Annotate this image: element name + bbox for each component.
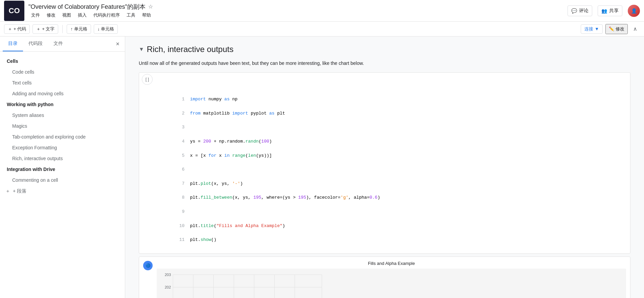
connect-button[interactable]: 连接 ▼ [581,24,603,34]
line-num-7: 7 [179,180,184,188]
star-icon[interactable]: ☆ [148,3,153,10]
line-num-6: 6 [179,166,184,173]
toc-item-text-cells[interactable]: Text cells [0,77,125,88]
up-arrow-icon: ↑ [70,26,73,31]
toc-item-rich-outputs[interactable]: Rich, interactive outputs [0,153,125,164]
menubar: 文件修改视图插入代码执行程序工具帮助 [28,11,568,19]
edit-button[interactable]: ✏️ 修改 [605,24,628,34]
down-arrow-icon: ↓ [97,26,100,31]
menu-item-文件[interactable]: 文件 [28,11,43,19]
code-cell: [ ] 1import numpy as np 2from matplotlib… [139,72,630,253]
toc-section-integration[interactable]: Integration with Drive [0,164,125,175]
line-num-10: 10 [179,223,184,230]
text-plus-icon: ＋ [36,26,41,32]
main-content: ▼ Rich, interactive outputs Until now al… [125,36,644,298]
chart-svg: 203 202 201 200 199 198 197 196 195 [159,271,325,298]
sidebar: 目录 代码段 文件 × Cells Code cells Text cells … [0,36,125,298]
add-text-button[interactable]: ＋ + 文字 [32,24,58,34]
comment-button[interactable]: 💬 评论 [568,5,592,16]
edit-label: 修改 [616,26,624,32]
menu-item-视图[interactable]: 视图 [60,11,74,19]
connect-chevron-icon: ▼ [595,26,599,31]
line-num-8: 8 [179,194,184,201]
toc-item-tab-completion[interactable]: Tab-completion and exploring code [0,131,125,142]
collapse-button[interactable]: ∧ [630,24,640,33]
toc-item-commenting[interactable]: Commenting on a cell [0,175,125,185]
add-section-label: + 段落 [13,188,26,194]
toc-item-magics[interactable]: Magics [0,121,125,131]
connect-label: 连接 [584,26,593,32]
move-cell-down-button[interactable]: ↓ 单元格 [94,24,118,34]
line-num-3: 3 [179,124,184,131]
add-text-label: + 文字 [42,26,54,32]
menu-item-修改[interactable]: 修改 [44,11,58,19]
doc-title: "Overview of Colaboratory Features"的副本 ☆ [28,3,568,11]
share-icon: 👥 [601,8,607,14]
menu-item-代码执行程序[interactable]: 代码执行程序 [91,11,123,19]
move-cell-up-button[interactable]: ↑ 单元格 [67,24,91,34]
menu-item-插入[interactable]: 插入 [75,11,89,19]
sidebar-tab-bar: 目录 代码段 文件 × [0,36,125,52]
line-num-11: 11 [179,237,184,244]
share-button[interactable]: 👥 共享 [598,5,622,16]
comment-label: 评论 [579,8,589,14]
toc-section-python[interactable]: Working with python [0,99,125,110]
sidebar-content: Cells Code cells Text cells Adding and m… [0,52,125,298]
plus-section-icon: ＋ [5,188,10,194]
cell-output: 🔵 Fills and Alpha Example [139,256,630,298]
tab-toc[interactable]: 目录 [3,36,23,51]
toc-item-adding-moving[interactable]: Adding and moving cells [0,88,125,99]
toolbar-separator [62,25,63,33]
topbar-right: 💬 评论 👥 共享 👤 [568,5,640,17]
run-cell-button[interactable]: [ ] [142,74,153,85]
section-description: Until now all of the generated outputs h… [139,59,630,67]
code-content: 1import numpy as np 2from matplotlib imp… [139,86,630,253]
chart-container: Fills and Alpha Example [157,261,626,298]
svg-text:203: 203 [165,273,171,277]
document-title-text: "Overview of Colaboratory Features"的副本 [28,3,146,11]
tab-code-snippets[interactable]: 代码段 [23,36,48,51]
menu-item-帮助[interactable]: 帮助 [139,11,154,19]
section-title: Rich, interactive outputs [147,45,234,54]
main-layout: 目录 代码段 文件 × Cells Code cells Text cells … [0,36,644,298]
plus-icon: ＋ [8,26,12,32]
chart-title: Fills and Alpha Example [157,261,626,266]
user-avatar[interactable]: 👤 [628,5,640,17]
svg-text:202: 202 [165,285,171,289]
line-num-2: 2 [179,110,184,117]
add-code-label: + 代码 [14,26,26,32]
toc-item-exception-formatting[interactable]: Exception Formatting [0,142,125,153]
run-bracket-label: [ ] [146,77,149,82]
colab-logo: CO [4,1,24,21]
line-num-9: 9 [179,208,184,216]
svg-rect-0 [173,275,322,298]
menu-item-工具[interactable]: 工具 [124,11,138,19]
move-down-label: 单元格 [101,26,114,32]
add-section-button[interactable]: ＋ + 段落 [0,185,125,197]
cell-toolbar: [ ] [139,73,630,86]
output-avatar: 🔵 [143,261,153,270]
comment-icon: 💬 [571,8,577,14]
toc-item-code-cells[interactable]: Code cells [0,67,125,77]
line-num-4: 4 [179,138,184,145]
line-num-5: 5 [179,152,184,159]
move-up-label: 单元格 [74,26,87,32]
second-toolbar: ＋ + 代码 ＋ + 文字 ↑ 单元格 ↓ 单元格 连接 ▼ ✏️ 修改 ∧ [0,22,644,36]
section-header: ▼ Rich, interactive outputs [139,45,630,54]
toc-item-system-aliases[interactable]: System aliases [0,110,125,121]
title-area: "Overview of Colaboratory Features"的副本 ☆… [28,3,568,19]
sidebar-close-button[interactable]: × [113,39,122,49]
chart-svg-wrap: 203 202 201 200 199 198 197 196 195 [157,269,626,298]
share-label: 共享 [609,8,619,14]
pencil-icon: ✏️ [609,26,614,31]
toc-section-cells[interactable]: Cells [0,56,125,67]
tab-files[interactable]: 文件 [48,36,68,51]
toolbar-right-group: 连接 ▼ ✏️ 修改 ∧ [581,24,640,34]
section-toggle-icon[interactable]: ▼ [139,46,144,52]
line-num-1: 1 [179,96,184,103]
add-code-button[interactable]: ＋ + 代码 [4,24,30,34]
